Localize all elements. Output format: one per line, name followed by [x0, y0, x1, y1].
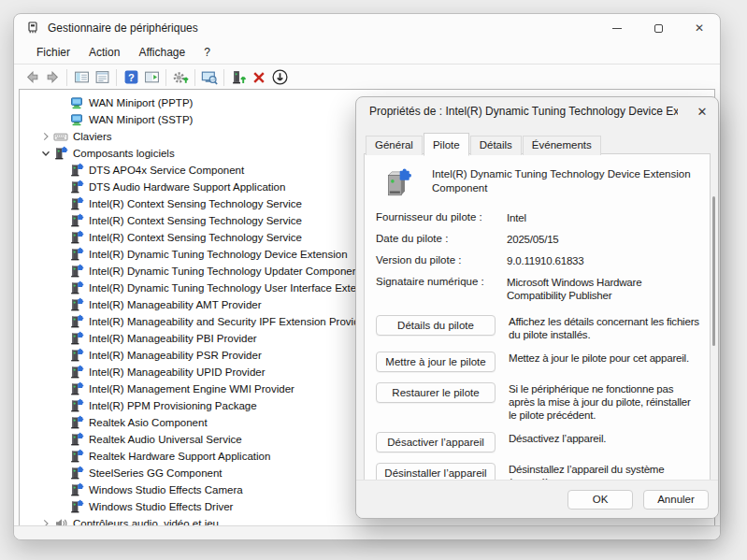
software-component-icon	[69, 230, 84, 245]
dialog-title-bar[interactable]: Propriétés de : Intel(R) Dynamic Tuning …	[356, 97, 718, 125]
field-label: Date du pilote :	[376, 233, 507, 246]
field-value: 2025/05/15	[507, 233, 700, 246]
menu-item-?[interactable]: ?	[194, 43, 220, 63]
disable-device-icon[interactable]	[269, 68, 290, 87]
mettre-à-jour-le-pilote-button[interactable]: Mettre à jour le pilote	[376, 352, 496, 372]
détails-du-pilote-button[interactable]: Détails du pilote	[376, 315, 496, 336]
dialog-tabs: GénéralPiloteDétailsÉvénements	[366, 132, 602, 155]
toolbar-separator	[165, 69, 166, 86]
software-component-icon	[69, 196, 84, 211]
menu-item-action[interactable]: Action	[79, 43, 129, 63]
show-action-pane-icon[interactable]	[141, 68, 162, 87]
software-component-icon	[69, 280, 84, 295]
driver-actions: Détails du pilote Affichez les détails c…	[376, 315, 700, 481]
software-component-icon	[53, 146, 68, 161]
minimize-button[interactable]	[596, 14, 638, 42]
tab-général[interactable]: Général	[366, 136, 423, 155]
scan-hardware-changes-icon[interactable]	[199, 68, 220, 87]
minimize-icon	[612, 28, 622, 29]
maximize-icon	[654, 24, 663, 33]
menu-item-fichier[interactable]: Fichier	[27, 43, 79, 63]
action-description: Mettez à jour le pilote pour cet apparei…	[509, 352, 700, 372]
toolbar-separator	[223, 69, 224, 86]
network-adapter-icon	[69, 95, 84, 110]
update-driver-gear-icon[interactable]	[170, 68, 191, 87]
désinstaller-l-appareil-button[interactable]: Désinstaller l’appareil	[376, 463, 496, 481]
software-component-icon	[69, 264, 84, 279]
cancel-button[interactable]: Annuler	[643, 490, 709, 510]
close-button[interactable]: ✕	[679, 14, 720, 42]
close-icon: ✕	[695, 22, 704, 34]
software-component-icon	[69, 213, 84, 228]
software-component-icon	[69, 179, 84, 194]
menu-bar: FichierActionAffichage?	[14, 42, 720, 65]
device-name: Intel(R) Dynamic Tuning Technology Devic…	[432, 165, 700, 199]
maximize-button[interactable]	[638, 14, 679, 42]
toolbar-separator	[194, 69, 195, 86]
driver-fields: Fournisseur du pilote : Intel Date du pi…	[376, 211, 700, 302]
driver-action-row: Désinstaller l’appareil Désinstallez l’a…	[376, 463, 700, 481]
software-component-icon	[69, 331, 84, 346]
driver-action-row: Désactiver l’appareil Désactivez l’appar…	[376, 432, 700, 452]
toolbar: ?	[14, 65, 720, 89]
software-component-icon	[69, 297, 84, 312]
tab-événements[interactable]: Événements	[523, 136, 601, 155]
field-value: Microsoft Windows Hardware Compatibility…	[507, 276, 700, 302]
close-icon: ✕	[697, 105, 708, 119]
tab-détails[interactable]: Détails	[470, 136, 522, 155]
ok-button[interactable]: OK	[567, 490, 633, 510]
field-label: Fournisseur du pilote :	[376, 211, 507, 224]
menu-item-affichage[interactable]: Affichage	[129, 43, 194, 63]
software-component-device-icon	[381, 167, 413, 199]
driver-field-row: Version du pilote : 9.0.11910.61833	[376, 254, 700, 267]
driver-field-row: Signataire numérique : Microsoft Windows…	[376, 276, 700, 302]
software-component-icon	[69, 482, 84, 497]
network-adapter-icon	[69, 112, 84, 127]
driver-field-row: Date du pilote : 2025/05/15	[376, 233, 700, 246]
software-component-icon	[69, 314, 84, 329]
svg-text:?: ?	[128, 72, 135, 83]
show-console-tree-icon[interactable]	[71, 68, 92, 87]
software-component-icon	[69, 499, 84, 514]
driver-action-row: Mettre à jour le pilote Mettez à jour le…	[376, 352, 700, 372]
title-bar[interactable]: Gestionnaire de périphériques ✕	[14, 14, 720, 42]
software-component-icon	[69, 449, 84, 464]
action-description: Affichez les détails concernant les fich…	[509, 315, 700, 341]
uninstall-device-icon[interactable]	[249, 68, 269, 87]
action-description: Désinstallez l’appareil du système (avan…	[509, 463, 700, 481]
dialog-close-button[interactable]: ✕	[686, 97, 718, 125]
tab-pilote[interactable]: Pilote	[424, 133, 469, 156]
software-component-icon	[69, 365, 84, 380]
forward-icon[interactable]	[42, 68, 63, 87]
device-header: Intel(R) Dynamic Tuning Technology Devic…	[376, 165, 700, 199]
action-description: Si le périphérique ne fonctionne pas apr…	[509, 382, 700, 422]
software-component-icon	[69, 348, 84, 363]
help-icon[interactable]: ?	[121, 68, 141, 87]
restaurer-le-pilote-button[interactable]: Restaurer le pilote	[376, 382, 496, 403]
window-title: Gestionnaire de périphériques	[48, 22, 198, 35]
driver-action-row: Détails du pilote Affichez les détails c…	[376, 315, 700, 341]
software-component-icon	[69, 381, 84, 396]
properties-dialog: Propriétés de : Intel(R) Dynamic Tuning …	[355, 96, 719, 519]
keyboard-icon	[53, 129, 68, 144]
properties-icon[interactable]	[92, 68, 112, 87]
field-value: Intel	[507, 211, 700, 224]
field-label: Signataire numérique :	[376, 276, 507, 302]
software-component-icon	[69, 415, 84, 430]
driver-tab-page: Intel(R) Dynamic Tuning Technology Devic…	[364, 153, 711, 481]
chevron-collapsed-icon[interactable]	[38, 129, 53, 144]
back-icon[interactable]	[22, 68, 42, 87]
dialog-title: Propriétés de : Intel(R) Dynamic Tuning …	[369, 105, 678, 118]
désactiver-l-appareil-button[interactable]: Désactiver l’appareil	[376, 432, 496, 452]
driver-field-row: Fournisseur du pilote : Intel	[376, 211, 700, 224]
action-description: Désactivez l’appareil.	[509, 432, 700, 452]
device-manager-app-icon	[25, 21, 40, 36]
toolbar-separator	[116, 69, 117, 86]
software-component-icon	[69, 432, 84, 447]
chevron-expanded-icon[interactable]	[38, 146, 53, 161]
field-label: Version du pilote :	[376, 254, 507, 267]
dialog-footer: OK Annuler	[356, 480, 718, 518]
vertical-scrollbar-thumb[interactable]	[712, 196, 715, 346]
device-update-icon[interactable]	[228, 68, 249, 87]
toolbar-separator	[66, 69, 67, 86]
